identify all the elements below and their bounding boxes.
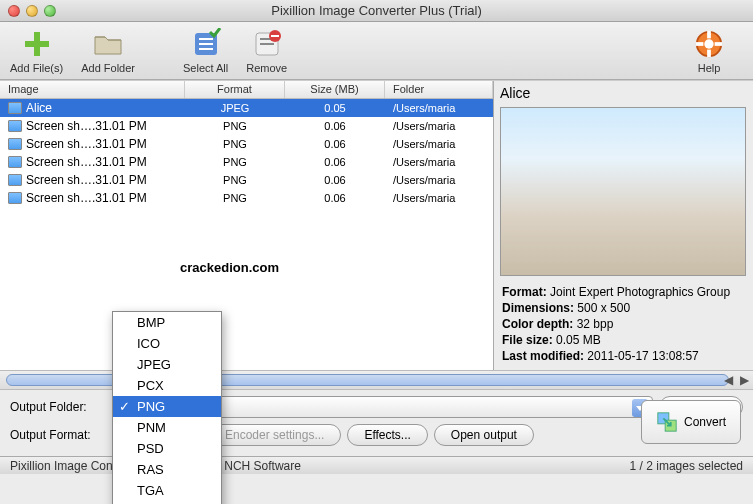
convert-icon — [656, 411, 678, 433]
svg-rect-10 — [271, 35, 279, 37]
folder-icon — [92, 28, 124, 60]
titlebar: Pixillion Image Converter Plus (Trial) — [0, 0, 753, 22]
select-all-button[interactable]: Select All — [183, 28, 228, 74]
table-row[interactable]: AliceJPEG0.05/Users/maria — [0, 99, 493, 117]
svg-rect-13 — [707, 30, 711, 38]
svg-rect-3 — [199, 38, 213, 40]
table-header: Image Format Size (MB) Folder — [0, 81, 493, 99]
svg-rect-14 — [707, 49, 711, 57]
preview-panel: Alice Format: Joint Expert Photographics… — [493, 81, 753, 370]
select-all-icon — [190, 28, 222, 60]
effects-button[interactable]: Effects... — [347, 424, 427, 446]
image-file-icon — [8, 192, 22, 204]
table-row[interactable]: Screen sh….31.01 PMPNG0.06/Users/maria — [0, 189, 493, 207]
format-option-jpeg[interactable]: JPEG — [113, 354, 221, 375]
preview-title: Alice — [494, 81, 753, 105]
remove-button[interactable]: Remove — [246, 28, 287, 74]
format-option-ico[interactable]: ICO — [113, 333, 221, 354]
table-body[interactable]: AliceJPEG0.05/Users/mariaScreen sh….31.0… — [0, 99, 493, 370]
format-dropdown-menu[interactable]: BMPICOJPEGPCXPNGPNMPSDRASTGAWBMP — [112, 311, 222, 504]
table-row[interactable]: Screen sh….31.01 PMPNG0.06/Users/maria — [0, 171, 493, 189]
format-option-ras[interactable]: RAS — [113, 459, 221, 480]
column-size[interactable]: Size (MB) — [285, 81, 385, 98]
column-image[interactable]: Image — [0, 81, 185, 98]
preview-metadata: Format: Joint Expert Photographics Group… — [494, 278, 753, 370]
svg-rect-4 — [199, 43, 213, 45]
format-option-pcx[interactable]: PCX — [113, 375, 221, 396]
format-option-bmp[interactable]: BMP — [113, 312, 221, 333]
output-folder-label: Output Folder: — [10, 400, 106, 414]
format-option-tga[interactable]: TGA — [113, 480, 221, 501]
image-file-icon — [8, 156, 22, 168]
format-option-png[interactable]: PNG — [113, 396, 221, 417]
file-list-panel: Image Format Size (MB) Folder AliceJPEG0… — [0, 81, 493, 370]
preview-image — [500, 107, 746, 276]
plus-icon — [21, 28, 53, 60]
status-app-name: Pixillion Image Conve — [10, 459, 125, 473]
window-title: Pixillion Image Converter Plus (Trial) — [0, 3, 753, 18]
watermark-text: crackedion.com — [180, 260, 279, 275]
table-row[interactable]: Screen sh….31.01 PMPNG0.06/Users/maria — [0, 153, 493, 171]
image-file-icon — [8, 138, 22, 150]
help-button[interactable]: Help — [693, 28, 725, 74]
format-option-pnm[interactable]: PNM — [113, 417, 221, 438]
remove-icon — [251, 28, 283, 60]
toolbar: Add File(s) Add Folder Select All Remove… — [0, 22, 753, 80]
status-selection: 1 / 2 images selected — [630, 459, 743, 473]
scroll-right-icon[interactable]: ▶ — [737, 373, 751, 387]
svg-rect-16 — [715, 42, 723, 46]
help-icon — [693, 28, 725, 60]
column-format[interactable]: Format — [185, 81, 285, 98]
image-file-icon — [8, 102, 22, 114]
image-file-icon — [8, 120, 22, 132]
table-row[interactable]: Screen sh….31.01 PMPNG0.06/Users/maria — [0, 135, 493, 153]
output-format-label: Output Format: — [10, 428, 106, 442]
svg-rect-8 — [260, 43, 274, 45]
status-version: 2.32 © NCH Software — [185, 459, 629, 473]
open-output-button[interactable]: Open output — [434, 424, 534, 446]
add-folder-button[interactable]: Add Folder — [81, 28, 135, 74]
table-row[interactable]: Screen sh….31.01 PMPNG0.06/Users/maria — [0, 117, 493, 135]
svg-point-12 — [704, 39, 713, 48]
encoder-settings-button[interactable]: Encoder settings... — [208, 424, 341, 446]
image-file-icon — [8, 174, 22, 186]
svg-rect-1 — [25, 41, 49, 47]
add-files-button[interactable]: Add File(s) — [10, 28, 63, 74]
svg-rect-15 — [696, 42, 704, 46]
svg-rect-5 — [199, 48, 213, 50]
scroll-left-icon[interactable]: ◀ — [721, 373, 735, 387]
column-folder[interactable]: Folder — [385, 81, 493, 98]
convert-button[interactable]: Convert — [641, 400, 741, 444]
format-option-psd[interactable]: PSD — [113, 438, 221, 459]
